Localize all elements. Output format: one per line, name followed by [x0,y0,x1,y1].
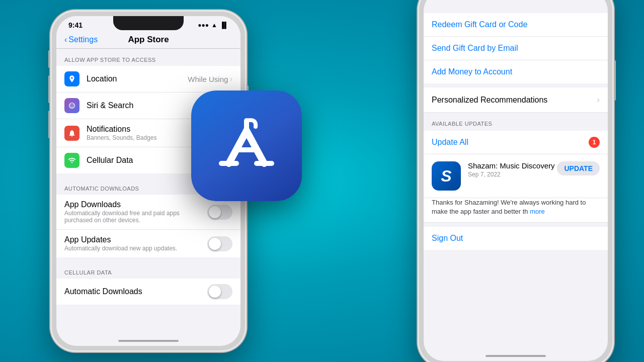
right-phone-power-btn [614,60,616,101]
app-updates-subtitle: Automatically download new app updates. [64,245,207,252]
sign-out-item[interactable]: Sign Out [424,227,608,250]
updates-header: AVAILABLE UPDATES [424,113,608,131]
redeem-item[interactable]: Redeem Gift Card or Code [424,13,608,37]
downloads-list: App Downloads Automatically download fre… [56,195,240,257]
location-right: While Using › [188,75,232,83]
app-updates-item[interactable]: App Updates Automatically download new a… [56,230,240,257]
right-home-indicator [486,355,546,357]
back-label[interactable]: Settings [68,35,98,44]
appstore-icon [214,113,279,178]
shazam-update-button[interactable]: UPDATE [557,161,600,175]
updates-section: Update All 1 S Shazam: Music Discovery S… [424,131,608,223]
sign-out-label: Sign Out [432,234,463,242]
status-icons: ●●● ▲ ▐▌ [198,22,228,29]
battery-icon: ▐▌ [220,22,228,29]
svg-point-2 [72,105,73,106]
personalized-label: Personalized Recommendations [432,96,547,105]
side-button-mute [48,50,50,68]
personalized-chevron: › [597,95,600,105]
updates-badge: 1 [589,137,600,148]
auto-downloads-toggle[interactable] [207,284,232,299]
update-all-row[interactable]: Update All 1 [424,131,608,154]
phone-frame-right: Redeem Gift Card or Code Send Gift Card … [418,0,614,362]
notch [113,16,184,30]
location-icon [64,71,79,86]
app-downloads-label: App Downloads [64,200,207,209]
cellular-label: Cellular Data [87,156,207,165]
svg-point-1 [70,105,71,106]
add-money-label: Add Money to Account [432,67,600,76]
app-downloads-content: App Downloads Automatically download fre… [64,200,207,224]
app-updates-label: App Updates [64,235,207,244]
svg-line-3 [229,131,247,163]
shazam-date: Sep 7, 2022 [468,171,557,178]
auto-downloads-label: Automatic Downloads [64,287,207,296]
location-value: While Using [188,75,228,83]
status-time: 9:41 [68,21,83,29]
phone-right: Redeem Gift Card or Code Send Gift Card … [418,0,614,362]
app-updates-content: App Updates Automatically download new a… [64,235,207,252]
cellular-list: Automatic Downloads [56,279,240,305]
shazam-info: Shazam: Music Discovery Sep 7, 2022 [468,161,557,178]
auto-downloads-knob [209,286,221,298]
phone-screen-right: Redeem Gift Card or Code Send Gift Card … [424,0,608,361]
app-downloads-subtitle: Automatically download free and paid app… [64,210,207,224]
home-indicator [118,340,179,342]
personalized-section: Personalized Recommendations › [424,87,608,113]
allow-section-header: ALLOW APP STORE TO ACCESS [56,49,240,66]
app-updates-toggle[interactable] [207,236,232,251]
auto-downloads-item[interactable]: Automatic Downloads [56,279,240,305]
shazam-row: S Shazam: Music Discovery Sep 7, 2022 UP… [424,154,608,198]
back-button[interactable]: ‹ Settings [64,35,98,44]
side-button-volume-up [48,75,50,103]
app-updates-knob [209,238,221,250]
page-title: App Store [128,35,169,45]
gift-card-section: Redeem Gift Card or Code Send Gift Card … [424,13,608,83]
location-content: Location [87,74,188,83]
svg-point-0 [69,103,75,109]
shazam-description: Thanks for Shazaming! We're always worki… [424,198,608,223]
shazam-icon: S [432,161,461,191]
auto-downloads-content: Automatic Downloads [64,287,207,296]
notifications-icon [64,126,79,141]
chevron-left-icon: ‹ [64,35,67,44]
location-label: Location [87,74,188,83]
app-downloads-knob [209,206,221,218]
update-all-label: Update All [432,138,468,147]
redeem-label: Redeem Gift Card or Code [432,20,600,29]
send-gift-card-label: Send Gift Card by Email [432,44,600,53]
personalized-item[interactable]: Personalized Recommendations › [424,87,608,113]
svg-line-4 [247,131,264,163]
cellular-icon [64,153,79,168]
location-item[interactable]: Location While Using › [56,66,240,93]
signal-icon: ●●● [198,22,209,29]
side-button-volume-down [48,111,50,138]
app-downloads-toggle[interactable] [207,205,232,220]
appstore-logo-bg [191,90,302,201]
cellular-section-header: CELLULAR DATA [56,261,240,279]
right-top-bar [424,0,608,13]
shazam-logo-text: S [441,167,451,186]
cellular-content: Cellular Data [87,156,207,165]
nav-bar: ‹ Settings App Store [56,31,240,49]
shazam-name: Shazam: Music Discovery [468,161,557,170]
appstore-logo [191,90,302,201]
wifi-icon: ▲ [211,22,217,29]
location-chevron: › [230,75,232,83]
siri-icon [64,98,79,113]
add-money-item[interactable]: Add Money to Account [424,60,608,83]
more-link[interactable]: more [528,208,545,215]
send-gift-card-item[interactable]: Send Gift Card by Email [424,37,608,60]
sign-out-section: Sign Out [424,227,608,250]
